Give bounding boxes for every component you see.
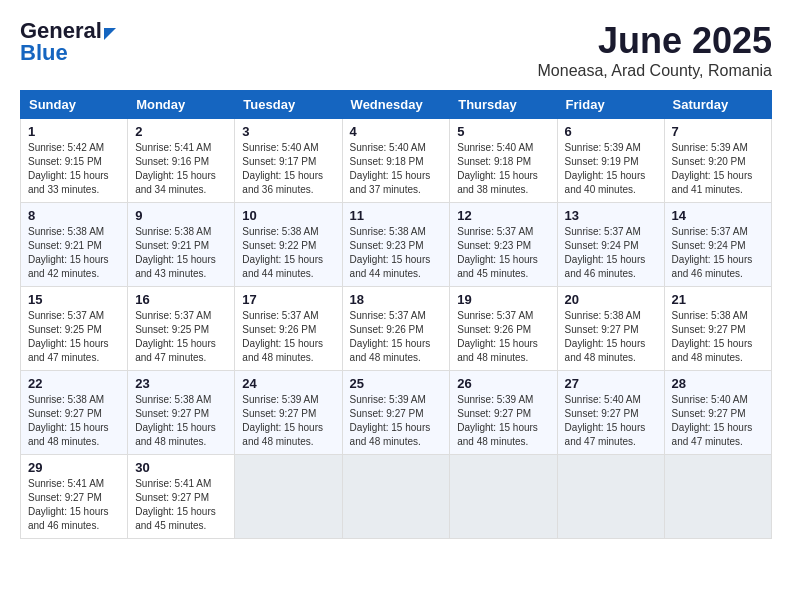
day-info: Sunrise: 5:39 AMSunset: 9:27 PMDaylight:… <box>457 393 549 449</box>
day-number: 10 <box>242 208 334 223</box>
logo-bottom: Blue <box>20 42 68 64</box>
col-header-sunday: Sunday <box>21 91 128 119</box>
col-header-wednesday: Wednesday <box>342 91 450 119</box>
day-number: 11 <box>350 208 443 223</box>
calendar-cell <box>664 455 771 539</box>
day-number: 14 <box>672 208 764 223</box>
calendar-week-row: 1Sunrise: 5:42 AMSunset: 9:15 PMDaylight… <box>21 119 772 203</box>
day-number: 22 <box>28 376 120 391</box>
day-info: Sunrise: 5:37 AMSunset: 9:26 PMDaylight:… <box>242 309 334 365</box>
day-number: 18 <box>350 292 443 307</box>
day-info: Sunrise: 5:38 AMSunset: 9:27 PMDaylight:… <box>672 309 764 365</box>
day-number: 26 <box>457 376 549 391</box>
day-number: 8 <box>28 208 120 223</box>
calendar-cell: 21Sunrise: 5:38 AMSunset: 9:27 PMDayligh… <box>664 287 771 371</box>
calendar-cell: 13Sunrise: 5:37 AMSunset: 9:24 PMDayligh… <box>557 203 664 287</box>
calendar-header-row: SundayMondayTuesdayWednesdayThursdayFrid… <box>21 91 772 119</box>
day-number: 1 <box>28 124 120 139</box>
calendar-table: SundayMondayTuesdayWednesdayThursdayFrid… <box>20 90 772 539</box>
col-header-thursday: Thursday <box>450 91 557 119</box>
calendar-cell: 16Sunrise: 5:37 AMSunset: 9:25 PMDayligh… <box>128 287 235 371</box>
day-number: 9 <box>135 208 227 223</box>
col-header-friday: Friday <box>557 91 664 119</box>
day-number: 3 <box>242 124 334 139</box>
header: General Blue June 2025 Moneasa, Arad Cou… <box>20 20 772 80</box>
day-number: 30 <box>135 460 227 475</box>
calendar-week-row: 15Sunrise: 5:37 AMSunset: 9:25 PMDayligh… <box>21 287 772 371</box>
logo: General Blue <box>20 20 116 64</box>
day-info: Sunrise: 5:41 AMSunset: 9:27 PMDaylight:… <box>28 477 120 533</box>
day-info: Sunrise: 5:37 AMSunset: 9:23 PMDaylight:… <box>457 225 549 281</box>
day-info: Sunrise: 5:39 AMSunset: 9:27 PMDaylight:… <box>242 393 334 449</box>
day-number: 16 <box>135 292 227 307</box>
calendar-cell: 7Sunrise: 5:39 AMSunset: 9:20 PMDaylight… <box>664 119 771 203</box>
calendar-cell: 19Sunrise: 5:37 AMSunset: 9:26 PMDayligh… <box>450 287 557 371</box>
day-number: 4 <box>350 124 443 139</box>
day-number: 6 <box>565 124 657 139</box>
calendar-cell: 5Sunrise: 5:40 AMSunset: 9:18 PMDaylight… <box>450 119 557 203</box>
calendar-cell: 17Sunrise: 5:37 AMSunset: 9:26 PMDayligh… <box>235 287 342 371</box>
day-number: 12 <box>457 208 549 223</box>
calendar-week-row: 29Sunrise: 5:41 AMSunset: 9:27 PMDayligh… <box>21 455 772 539</box>
col-header-monday: Monday <box>128 91 235 119</box>
calendar-cell <box>557 455 664 539</box>
month-title: June 2025 <box>538 20 773 62</box>
calendar-cell: 3Sunrise: 5:40 AMSunset: 9:17 PMDaylight… <box>235 119 342 203</box>
day-number: 28 <box>672 376 764 391</box>
logo-top: General <box>20 20 116 42</box>
title-area: June 2025 Moneasa, Arad County, Romania <box>538 20 773 80</box>
calendar-cell: 20Sunrise: 5:38 AMSunset: 9:27 PMDayligh… <box>557 287 664 371</box>
day-number: 5 <box>457 124 549 139</box>
location-title: Moneasa, Arad County, Romania <box>538 62 773 80</box>
day-number: 27 <box>565 376 657 391</box>
day-number: 20 <box>565 292 657 307</box>
day-info: Sunrise: 5:40 AMSunset: 9:18 PMDaylight:… <box>350 141 443 197</box>
day-info: Sunrise: 5:37 AMSunset: 9:26 PMDaylight:… <box>457 309 549 365</box>
calendar-cell: 22Sunrise: 5:38 AMSunset: 9:27 PMDayligh… <box>21 371 128 455</box>
calendar-cell: 9Sunrise: 5:38 AMSunset: 9:21 PMDaylight… <box>128 203 235 287</box>
day-number: 24 <box>242 376 334 391</box>
day-info: Sunrise: 5:40 AMSunset: 9:27 PMDaylight:… <box>672 393 764 449</box>
logo-blue-text: Blue <box>20 40 68 65</box>
calendar-cell: 2Sunrise: 5:41 AMSunset: 9:16 PMDaylight… <box>128 119 235 203</box>
day-info: Sunrise: 5:38 AMSunset: 9:22 PMDaylight:… <box>242 225 334 281</box>
calendar-cell: 14Sunrise: 5:37 AMSunset: 9:24 PMDayligh… <box>664 203 771 287</box>
calendar-cell <box>342 455 450 539</box>
day-number: 25 <box>350 376 443 391</box>
day-info: Sunrise: 5:41 AMSunset: 9:16 PMDaylight:… <box>135 141 227 197</box>
day-number: 19 <box>457 292 549 307</box>
day-info: Sunrise: 5:38 AMSunset: 9:21 PMDaylight:… <box>28 225 120 281</box>
calendar-cell: 29Sunrise: 5:41 AMSunset: 9:27 PMDayligh… <box>21 455 128 539</box>
calendar-cell: 1Sunrise: 5:42 AMSunset: 9:15 PMDaylight… <box>21 119 128 203</box>
day-info: Sunrise: 5:39 AMSunset: 9:20 PMDaylight:… <box>672 141 764 197</box>
day-info: Sunrise: 5:40 AMSunset: 9:27 PMDaylight:… <box>565 393 657 449</box>
calendar-week-row: 8Sunrise: 5:38 AMSunset: 9:21 PMDaylight… <box>21 203 772 287</box>
calendar-cell: 12Sunrise: 5:37 AMSunset: 9:23 PMDayligh… <box>450 203 557 287</box>
day-info: Sunrise: 5:42 AMSunset: 9:15 PMDaylight:… <box>28 141 120 197</box>
day-info: Sunrise: 5:37 AMSunset: 9:26 PMDaylight:… <box>350 309 443 365</box>
day-number: 17 <box>242 292 334 307</box>
day-info: Sunrise: 5:37 AMSunset: 9:25 PMDaylight:… <box>135 309 227 365</box>
day-info: Sunrise: 5:41 AMSunset: 9:27 PMDaylight:… <box>135 477 227 533</box>
day-info: Sunrise: 5:39 AMSunset: 9:27 PMDaylight:… <box>350 393 443 449</box>
calendar-cell: 8Sunrise: 5:38 AMSunset: 9:21 PMDaylight… <box>21 203 128 287</box>
col-header-tuesday: Tuesday <box>235 91 342 119</box>
day-info: Sunrise: 5:40 AMSunset: 9:17 PMDaylight:… <box>242 141 334 197</box>
day-number: 2 <box>135 124 227 139</box>
day-info: Sunrise: 5:40 AMSunset: 9:18 PMDaylight:… <box>457 141 549 197</box>
calendar-cell: 6Sunrise: 5:39 AMSunset: 9:19 PMDaylight… <box>557 119 664 203</box>
calendar-cell: 11Sunrise: 5:38 AMSunset: 9:23 PMDayligh… <box>342 203 450 287</box>
day-number: 23 <box>135 376 227 391</box>
calendar-cell: 28Sunrise: 5:40 AMSunset: 9:27 PMDayligh… <box>664 371 771 455</box>
calendar-cell: 27Sunrise: 5:40 AMSunset: 9:27 PMDayligh… <box>557 371 664 455</box>
day-info: Sunrise: 5:38 AMSunset: 9:27 PMDaylight:… <box>565 309 657 365</box>
calendar-cell: 18Sunrise: 5:37 AMSunset: 9:26 PMDayligh… <box>342 287 450 371</box>
day-info: Sunrise: 5:39 AMSunset: 9:19 PMDaylight:… <box>565 141 657 197</box>
day-info: Sunrise: 5:38 AMSunset: 9:27 PMDaylight:… <box>135 393 227 449</box>
calendar-cell: 15Sunrise: 5:37 AMSunset: 9:25 PMDayligh… <box>21 287 128 371</box>
day-info: Sunrise: 5:37 AMSunset: 9:25 PMDaylight:… <box>28 309 120 365</box>
day-info: Sunrise: 5:37 AMSunset: 9:24 PMDaylight:… <box>672 225 764 281</box>
day-info: Sunrise: 5:38 AMSunset: 9:27 PMDaylight:… <box>28 393 120 449</box>
calendar-cell: 30Sunrise: 5:41 AMSunset: 9:27 PMDayligh… <box>128 455 235 539</box>
day-info: Sunrise: 5:37 AMSunset: 9:24 PMDaylight:… <box>565 225 657 281</box>
